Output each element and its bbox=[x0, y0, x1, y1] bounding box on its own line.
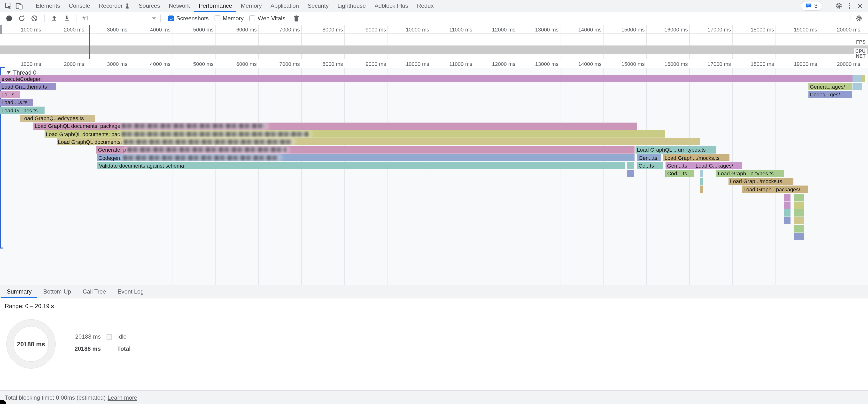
tab-application[interactable]: Application bbox=[266, 0, 303, 12]
flame-event[interactable] bbox=[794, 209, 804, 217]
divider bbox=[27, 2, 27, 10]
checkbox-label: Screenshots bbox=[176, 15, 209, 22]
flame-event[interactable] bbox=[700, 186, 703, 193]
overview-net-lane: NET bbox=[0, 54, 868, 59]
flame-event[interactable] bbox=[784, 217, 791, 224]
ruler-tick: 4000 ms bbox=[150, 27, 173, 32]
checkbox-box[interactable] bbox=[214, 15, 220, 21]
tab-adblock-plus[interactable]: Adblock Plus bbox=[370, 0, 413, 12]
flame-event[interactable] bbox=[862, 75, 865, 82]
checkbox-box[interactable] bbox=[249, 15, 255, 21]
flame-event[interactable] bbox=[794, 201, 804, 209]
flame-event-codegen[interactable]: Codegen: bbox=[97, 154, 635, 161]
save-profile-icon[interactable] bbox=[62, 13, 72, 24]
flame-event[interactable] bbox=[794, 225, 804, 232]
flame-event[interactable] bbox=[700, 170, 703, 177]
clear-icon[interactable] bbox=[29, 13, 40, 24]
tab-redux[interactable]: Redux bbox=[412, 0, 438, 12]
tab-console[interactable]: Console bbox=[64, 0, 94, 12]
flame-event-label: Load G...kages/ bbox=[695, 163, 733, 168]
tab-lighthouse[interactable]: Lighthouse bbox=[333, 0, 370, 12]
flame-event[interactable] bbox=[794, 193, 804, 201]
flame-event[interactable] bbox=[784, 193, 791, 201]
settings-gear-icon[interactable] bbox=[834, 0, 844, 11]
flame-event-cod-ts[interactable]: Cod....ts bbox=[666, 170, 694, 177]
checkbox-memory[interactable]: Memory bbox=[214, 15, 244, 22]
capture-settings-gear-icon[interactable] bbox=[854, 13, 864, 24]
ruler-tick: 14000 ms bbox=[578, 27, 603, 32]
flame-event-executecodegen[interactable]: executeCodegen bbox=[0, 75, 853, 82]
tab-label: Lighthouse bbox=[337, 2, 366, 9]
ruler-tick: 8000 ms bbox=[322, 27, 345, 32]
overview-left-handle[interactable] bbox=[0, 25, 2, 34]
flame-chart[interactable]: 1000 ms2000 ms3000 ms4000 ms5000 ms6000 … bbox=[0, 59, 868, 285]
flame-event-load-graph-packages[interactable]: Load Graph...packages/ bbox=[742, 186, 808, 193]
flame-event-load-graphql-documents-pac[interactable]: Load GraphQL documents: pac bbox=[44, 130, 665, 137]
flame-event-gen-ts[interactable]: Gen...ts bbox=[637, 154, 661, 161]
flame-event-load-graphql-urn-types-ts[interactable]: Load GraphQL ...urn-types.ts bbox=[636, 146, 717, 153]
history-select[interactable]: #1 bbox=[82, 15, 156, 22]
trash-icon[interactable] bbox=[291, 13, 302, 24]
flame-event[interactable] bbox=[784, 209, 791, 217]
checkbox-screenshots[interactable]: Screenshots bbox=[168, 15, 209, 22]
learn-more-link[interactable]: Learn more bbox=[107, 394, 137, 401]
flame-event[interactable] bbox=[627, 162, 634, 169]
tab-performance[interactable]: Performance bbox=[194, 0, 237, 12]
flame-event-lo-s[interactable]: Lo...s bbox=[0, 91, 20, 98]
overview-cursor-line[interactable] bbox=[89, 25, 90, 59]
panel-tab-summary[interactable]: Summary bbox=[1, 285, 37, 298]
flame-event-load-s-ts[interactable]: Load ...s.ts bbox=[0, 99, 33, 106]
flame-event[interactable] bbox=[853, 83, 862, 90]
devtools-tabbar: ElementsConsoleRecorderSourcesNetworkPer… bbox=[0, 0, 868, 12]
flame-event-co-ts[interactable]: Co...ts bbox=[637, 162, 663, 169]
panel-tab-bottom-up[interactable]: Bottom-Up bbox=[37, 285, 77, 298]
flame-event-load-graph-mocks-ts[interactable]: Load Graph.../mocks.ts bbox=[663, 154, 730, 161]
ruler-tick: 3000 ms bbox=[107, 27, 129, 32]
flame-event-load-graph-n-types-ts[interactable]: Load Graph...n-types.ts bbox=[716, 170, 784, 177]
record-button[interactable] bbox=[4, 13, 14, 24]
ruler-tick: 17000 ms bbox=[707, 27, 733, 32]
flame-event-load-g-pes-ts[interactable]: Load G...pes.ts bbox=[0, 106, 44, 114]
more-options-icon[interactable] bbox=[847, 3, 852, 9]
panel-tab-call-tree[interactable]: Call Tree bbox=[77, 285, 112, 298]
close-devtools-icon[interactable]: ✕ bbox=[855, 2, 865, 9]
reload-and-record-icon[interactable] bbox=[17, 13, 27, 24]
flame-event-load-graphq-ed-types-ts[interactable]: Load GraphQ...ed/types.ts bbox=[20, 115, 95, 122]
ruler-tick: 10000 ms bbox=[406, 27, 431, 32]
flame-event-gen-ts[interactable]: Gen....ts bbox=[665, 162, 694, 169]
flame-event-load-gra-hema-ts[interactable]: Load Gra...hema.ts bbox=[0, 83, 56, 90]
flame-event-label: Load GraphQ...ed/types.ts bbox=[21, 115, 84, 121]
flame-event[interactable] bbox=[794, 233, 804, 240]
tab-recorder[interactable]: Recorder bbox=[94, 0, 134, 12]
ruler-tick: 15000 ms bbox=[621, 27, 647, 32]
flame-event-load-grap-mocks-ts[interactable]: Load Grap.../mocks.ts bbox=[728, 178, 793, 185]
tab-security[interactable]: Security bbox=[303, 0, 333, 12]
flame-event-codeg-ges[interactable]: Codeg...ges/ bbox=[808, 91, 852, 98]
flame-event-generate-p[interactable]: Generate: p bbox=[97, 146, 634, 153]
issues-badge-button[interactable]: 3 bbox=[801, 1, 822, 11]
flame-event[interactable] bbox=[794, 217, 804, 224]
tab-network[interactable]: Network bbox=[164, 0, 194, 12]
flame-event[interactable] bbox=[784, 201, 791, 209]
tab-label: Application bbox=[271, 2, 299, 9]
flame-event-validate-documents-against-schema[interactable]: Validate documents against schema bbox=[97, 162, 625, 169]
flame-event[interactable] bbox=[700, 178, 703, 185]
load-profile-icon[interactable] bbox=[49, 13, 60, 24]
flame-event[interactable] bbox=[627, 170, 634, 177]
flame-event-genera-ages[interactable]: Genera...ages/ bbox=[808, 83, 852, 90]
checkbox-box[interactable] bbox=[168, 15, 174, 21]
device-toolbar-icon[interactable] bbox=[13, 0, 24, 11]
tab-elements[interactable]: Elements bbox=[31, 0, 64, 12]
flame-event-load-graphql-documents-package[interactable]: Load GraphQL documents: package bbox=[33, 123, 637, 130]
flame-event[interactable] bbox=[853, 75, 862, 82]
flame-events: executeCodegenLoad Gra...hema.tsGenera..… bbox=[0, 59, 868, 285]
tab-label: Elements bbox=[36, 2, 60, 9]
checkbox-web-vitals[interactable]: Web Vitals bbox=[249, 15, 285, 22]
flame-event-load-g-kages[interactable]: Load G...kages/ bbox=[694, 162, 742, 169]
flame-event-load-graphql-documents[interactable]: Load GraphQL documents: bbox=[56, 138, 700, 146]
tab-memory[interactable]: Memory bbox=[237, 0, 266, 12]
panel-tab-event-log[interactable]: Event Log bbox=[112, 285, 149, 298]
tab-sources[interactable]: Sources bbox=[134, 0, 164, 12]
timeline-overview[interactable]: 1000 ms2000 ms3000 ms4000 ms5000 ms6000 … bbox=[0, 25, 868, 59]
inspect-element-icon[interactable] bbox=[3, 0, 13, 11]
